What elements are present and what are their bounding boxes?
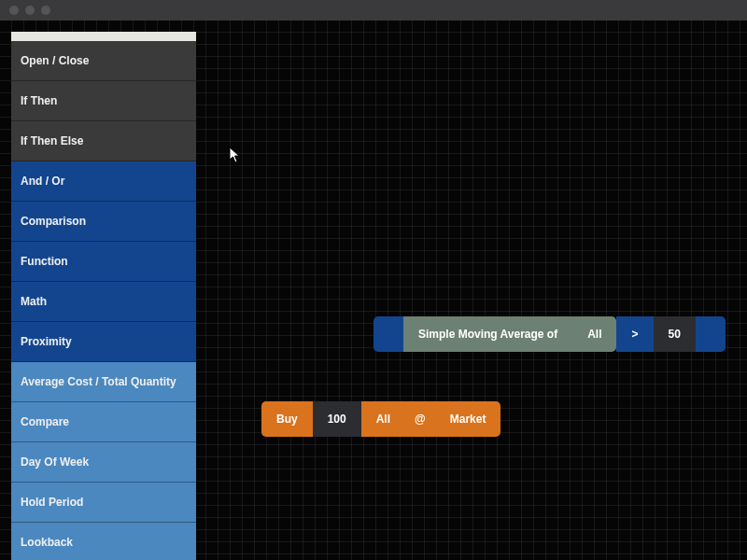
minimize-icon[interactable] <box>25 6 35 15</box>
sidebar-item-math[interactable]: Math <box>11 282 196 322</box>
window-titlebar <box>0 0 747 21</box>
operator-label: > <box>631 328 638 341</box>
action-label: Buy <box>276 413 298 426</box>
sidebar-item-label: Hold Period <box>21 496 83 509</box>
action-target-slot[interactable]: All <box>361 401 405 437</box>
sidebar-panel: Open / Close If Then If Then Else And / … <box>11 32 196 560</box>
sidebar-item-avg-cost-total-qty[interactable]: Average Cost / Total Quantity <box>11 362 196 402</box>
comparison-operator-slot[interactable]: > <box>616 316 653 352</box>
comparison-node[interactable]: Simple Moving Average of All > 50 <box>374 316 726 352</box>
sidebar-item-label: If Then <box>21 94 57 107</box>
action-quantity-slot[interactable]: 100 <box>313 401 361 437</box>
scope-label: All <box>587 328 601 341</box>
action-node[interactable]: Buy 100 All @ Market <box>261 401 500 437</box>
sidebar-item-label: Math <box>21 295 47 308</box>
ordertype-label: Market <box>450 413 486 426</box>
canvas-area[interactable]: Open / Close If Then If Then Else And / … <box>0 21 747 560</box>
sidebar-item-label: If Then Else <box>21 134 83 147</box>
sidebar-item-compare[interactable]: Compare <box>11 402 196 442</box>
comparison-value-slot[interactable]: 50 <box>654 316 696 352</box>
sidebar-item-label: Comparison <box>21 215 86 228</box>
sidebar-item-proximity[interactable]: Proximity <box>11 322 196 362</box>
sidebar-item-and-or[interactable]: And / Or <box>11 161 196 202</box>
comparison-function-slot[interactable]: Simple Moving Average of <box>403 316 572 352</box>
target-label: All <box>376 413 390 426</box>
sidebar-item-label: Lookback <box>21 536 73 549</box>
sidebar-item-if-then-else[interactable]: If Then Else <box>11 121 196 161</box>
quantity-label: 100 <box>328 413 346 426</box>
action-verb-slot[interactable]: Buy <box>261 401 313 437</box>
sidebar-drag-strip[interactable] <box>11 32 196 41</box>
sidebar-item-label: Average Cost / Total Quantity <box>21 375 176 388</box>
sidebar-item-open-close[interactable]: Open / Close <box>11 41 196 81</box>
zoom-icon[interactable] <box>41 6 50 15</box>
sidebar-item-hold-period[interactable]: Hold Period <box>11 483 196 523</box>
action-at-slot: @ <box>405 401 435 437</box>
sidebar-item-lookback[interactable]: Lookback <box>11 523 196 560</box>
sidebar-item-label: And / Or <box>21 175 64 188</box>
sidebar-item-comparison[interactable]: Comparison <box>11 202 196 242</box>
cursor-icon <box>229 147 242 163</box>
sidebar-item-label: Proximity <box>21 335 72 348</box>
at-label: @ <box>415 413 426 426</box>
comparison-scope-slot[interactable]: All <box>572 316 616 352</box>
action-ordertype-slot[interactable]: Market <box>435 401 501 437</box>
sidebar-item-day-of-week[interactable]: Day Of Week <box>11 442 196 483</box>
sidebar-item-label: Compare <box>21 415 69 428</box>
node-handle-right[interactable] <box>696 316 726 352</box>
close-icon[interactable] <box>9 6 19 15</box>
sidebar-item-label: Day Of Week <box>21 455 89 469</box>
node-handle-left[interactable] <box>374 316 403 352</box>
value-label: 50 <box>669 328 681 341</box>
sidebar-item-if-then[interactable]: If Then <box>11 81 196 121</box>
sidebar-item-label: Function <box>21 255 68 268</box>
sidebar-item-label: Open / Close <box>21 54 89 67</box>
sidebar-item-function[interactable]: Function <box>11 242 196 282</box>
function-label: Simple Moving Average of <box>418 328 557 341</box>
